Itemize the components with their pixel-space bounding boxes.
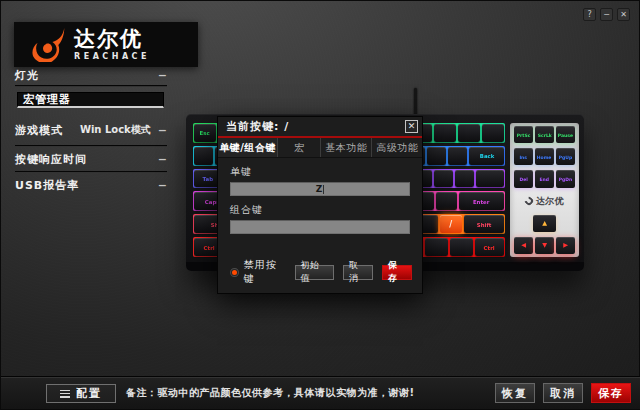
sidebar-divider: [15, 145, 167, 146]
keyboard-key[interactable]: PgUp: [556, 148, 575, 165]
close-button[interactable]: ✕: [617, 8, 630, 21]
config-button-label: 配置: [76, 386, 102, 401]
keyboard-plate-logo: 达尔优: [513, 192, 576, 211]
save-button[interactable]: 保存: [591, 383, 631, 403]
dialog-close-icon[interactable]: ✕: [405, 120, 418, 133]
keyboard-key[interactable]: [455, 170, 474, 188]
single-key-label: 单键: [230, 165, 422, 179]
help-button[interactable]: ?: [583, 8, 596, 21]
keyboard-key[interactable]: [427, 147, 446, 165]
tab-basic-functions[interactable]: 基本功能: [321, 138, 372, 157]
game-mode-value: Win Lock模式: [80, 123, 151, 137]
sidebar-item-key-response[interactable]: 按键响应时间 −: [15, 151, 167, 167]
sidebar-item-label: 游戏模式: [15, 123, 63, 138]
keyboard-key[interactable]: [482, 124, 504, 142]
brand-logo: 达尔优 REACHACE: [14, 22, 198, 67]
keyboard-cluster-row: PrtScScrLkPause: [513, 125, 576, 144]
brand-subtitle: REACHACE: [74, 53, 150, 61]
footer-note: 备注：驱动中的产品颜色仅供参考，具体请以实物为准，谢谢!: [126, 377, 415, 409]
keyboard-cluster-row: ◀▼▶: [513, 236, 576, 255]
sidebar-divider: [15, 171, 167, 172]
keyboard-key[interactable]: PgDn: [556, 170, 575, 187]
tab-single-combo-key[interactable]: 单键/组合键: [218, 138, 278, 157]
single-key-input[interactable]: Z: [230, 182, 410, 196]
brand-name: 达尔优: [74, 29, 150, 50]
restore-button[interactable]: 恢复: [495, 383, 535, 403]
collapse-minus-icon[interactable]: −: [158, 179, 167, 192]
sidebar-item-label: 灯光: [15, 68, 39, 83]
keyboard-key[interactable]: Back: [469, 147, 504, 165]
dialog-cancel-button[interactable]: 取消: [343, 265, 373, 280]
tab-macro[interactable]: 宏: [278, 138, 321, 157]
sidebar-item-label: 宏管理器: [23, 92, 71, 107]
keyboard-nav-cluster: PrtScScrLkPauseInsHomePgUpDelEndPgDn达尔优▲…: [510, 123, 579, 257]
keyboard-key[interactable]: Ctrl: [475, 238, 504, 256]
keyboard-key[interactable]: Home: [535, 148, 554, 165]
keyboard-key[interactable]: [425, 238, 448, 256]
combo-key-input[interactable]: [230, 220, 410, 234]
collapse-minus-icon[interactable]: −: [158, 124, 167, 137]
single-key-value: Z: [316, 184, 323, 194]
keyboard-key[interactable]: Esc: [194, 124, 216, 142]
disable-key-radio[interactable]: [230, 268, 239, 277]
sidebar-item-lighting[interactable]: 灯光 −: [15, 67, 167, 83]
keyboard-key[interactable]: ▶: [556, 237, 575, 254]
keyboard-cluster-row: InsHomePgUp: [513, 147, 576, 166]
dialog-save-button[interactable]: 保存: [382, 265, 412, 280]
cancel-button[interactable]: 取消: [543, 383, 583, 403]
keyboard-key[interactable]: Ins: [514, 148, 533, 165]
keyboard-cluster-row: ▲: [513, 214, 576, 233]
keyboard-key[interactable]: Shift: [464, 215, 504, 233]
highlighted-key-slash[interactable]: /: [440, 215, 462, 233]
sidebar-item-macro-manager[interactable]: 宏管理器: [17, 92, 164, 108]
keyboard-key[interactable]: ◀: [514, 237, 533, 254]
keyboard-key[interactable]: [450, 238, 473, 256]
keyboard-key[interactable]: ScrLk: [535, 126, 554, 143]
keyboard-key[interactable]: [458, 124, 480, 142]
default-value-button[interactable]: 初始值: [295, 265, 334, 280]
keyboard-key[interactable]: [434, 124, 456, 142]
collapse-minus-icon[interactable]: −: [158, 69, 167, 82]
app-window: 达尔优 REACHACE ? − ✕ 灯光 − 宏管理器 游戏模式 Win Lo…: [0, 0, 640, 410]
keyboard-key[interactable]: [436, 192, 457, 210]
disable-key-label: 禁用按键: [244, 258, 286, 286]
menu-icon: [60, 390, 70, 398]
keyboard-cluster-row: 达尔优: [513, 192, 576, 211]
key-assignment-dialog: 当前按键: / ✕ 单键/组合键 宏 基本功能 高级功能 单键 Z 组合键 禁用…: [217, 116, 423, 294]
sidebar-item-label: 按键响应时间: [15, 152, 87, 167]
combo-key-label: 组合键: [230, 203, 422, 217]
tab-advanced-functions[interactable]: 高级功能: [372, 138, 422, 157]
keyboard-key[interactable]: Pause: [556, 126, 575, 143]
keyboard-key[interactable]: ▲: [533, 215, 556, 232]
dialog-tabs: 单键/组合键 宏 基本功能 高级功能: [218, 138, 422, 158]
keyboard-cluster-row: DelEndPgDn: [513, 169, 576, 188]
footer-bar: 配置 备注：驱动中的产品颜色仅供参考，具体请以实物为准，谢谢! 恢复 取消 保存: [1, 376, 640, 409]
keyboard-key[interactable]: PrtSc: [514, 126, 533, 143]
keyboard-cable: [414, 88, 417, 116]
sidebar-item-game-mode[interactable]: 游戏模式 Win Lock模式 −: [15, 122, 167, 138]
minimize-button[interactable]: −: [600, 8, 613, 21]
keyboard-key[interactable]: Del: [514, 170, 533, 187]
keyboard-key[interactable]: [476, 170, 504, 188]
keyboard-plate-brand: 达尔优: [536, 195, 565, 208]
dialog-title: 当前按键: /: [218, 117, 422, 136]
sidebar-item-usb-report-rate[interactable]: USB报告率 −: [15, 177, 167, 193]
keyboard-key[interactable]: [448, 147, 467, 165]
window-controls: ? − ✕: [583, 8, 630, 21]
keyboard-key[interactable]: End: [535, 170, 554, 187]
keyboard-key[interactable]: [434, 170, 453, 188]
keyboard-key[interactable]: Enter: [459, 192, 504, 210]
dareu-swoosh-icon: [523, 195, 534, 206]
dareu-swoosh-icon: [30, 28, 66, 62]
footer-buttons: 恢复 取消 保存: [487, 383, 631, 403]
text-cursor: [323, 185, 324, 194]
collapse-minus-icon[interactable]: −: [158, 153, 167, 166]
sidebar-item-label: USB报告率: [15, 178, 79, 193]
config-button[interactable]: 配置: [46, 384, 116, 403]
dialog-footer: 禁用按键 初始值 取消 保存: [230, 258, 412, 286]
sidebar-divider: [15, 85, 167, 86]
keyboard-key[interactable]: [194, 147, 213, 165]
keyboard-key[interactable]: ▼: [535, 237, 554, 254]
